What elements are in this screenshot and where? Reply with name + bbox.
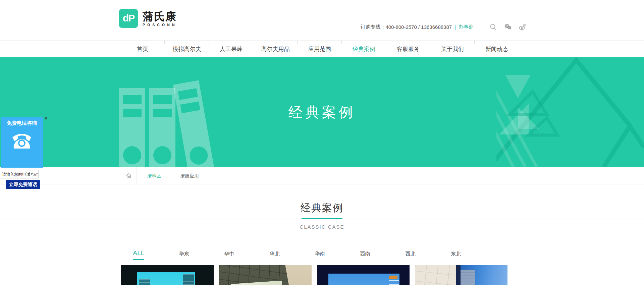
tab-by-application[interactable]: 按照应用	[172, 167, 207, 184]
filter-tab-southwest[interactable]: 西南	[342, 248, 388, 263]
filter-tab-northwest[interactable]: 西北	[388, 248, 433, 263]
section-title: 经典案例	[0, 201, 644, 215]
search-icon[interactable]	[489, 23, 497, 31]
office-link[interactable]: 办事处	[459, 24, 474, 30]
nav-item-news[interactable]: 新闻动态	[475, 41, 519, 58]
case-gallery	[121, 265, 507, 285]
banner-title: 经典案例	[0, 57, 644, 167]
nav-item-about-us[interactable]: 关于我们	[430, 41, 475, 58]
home-breadcrumb[interactable]	[121, 167, 136, 184]
filter-tab-northeast[interactable]: 东北	[433, 248, 478, 263]
case-thumbnail-3[interactable]	[317, 265, 410, 285]
case-thumbnail-2[interactable]	[219, 265, 312, 285]
nav-item-customer-service[interactable]: 客服服务	[386, 41, 430, 58]
nav-item-golf-supplies[interactable]: 高尔夫用品	[253, 41, 298, 58]
page-banner: 经典案例	[0, 57, 644, 167]
brand-name: 蒲氏康	[143, 10, 177, 22]
topbar: 订购专线： 400-800-2570 / 13636688387 | 办事处	[360, 23, 527, 31]
nav-item-simulated-golf[interactable]: 模拟高尔夫	[165, 41, 209, 58]
weibo-icon[interactable]	[519, 23, 527, 31]
nav-item-home[interactable]: 首页	[120, 41, 165, 58]
section-subtitle: CLASSIC CASE	[0, 224, 644, 230]
free-call-title: 免费电话咨询	[1, 120, 43, 126]
site-header: dP 蒲氏康 POSCONN 订购专线： 400-800-2570 / 1363…	[0, 0, 644, 40]
free-call-button[interactable]: 立即免费通话	[6, 180, 40, 189]
home-icon	[125, 172, 132, 179]
brand-subtitle: POSCONN	[143, 23, 177, 27]
phone-separator: /	[417, 24, 421, 30]
tab-by-region[interactable]: 按地区	[136, 167, 172, 184]
case-thumbnail-4[interactable]	[415, 265, 507, 285]
main-nav: 首页 模拟高尔夫 人工果岭 高尔夫用品 应用范围 经典案例 客服服务 关于我们 …	[0, 40, 644, 57]
section-divider-accent	[302, 218, 342, 219]
region-filter-tabs: ALL 华东 华中 华北 华南 西南 西北 东北	[116, 248, 478, 263]
telephone-icon	[10, 130, 34, 152]
nav-item-application-scope[interactable]: 应用范围	[298, 41, 342, 58]
hotline-phone-2: 13636688387	[421, 24, 452, 30]
case-thumbnail-1[interactable]	[121, 265, 214, 285]
filter-tab-all[interactable]: ALL	[116, 248, 161, 263]
brand-logo[interactable]: dP 蒲氏康 POSCONN	[119, 9, 177, 28]
filter-tab-east-china[interactable]: 华东	[161, 248, 207, 263]
hotline-label: 订购专线：	[360, 24, 385, 30]
logo-glyph: dP	[123, 12, 134, 24]
main-nav-list: 首页 模拟高尔夫 人工果岭 高尔夫用品 应用范围 经典案例 客服服务 关于我们 …	[120, 41, 519, 58]
close-icon[interactable]: ×	[43, 116, 49, 121]
brand-logo-icon: dP	[119, 9, 138, 28]
brand-logo-text: 蒲氏康 POSCONN	[143, 10, 177, 27]
nav-item-classic-cases[interactable]: 经典案例	[342, 41, 386, 58]
wechat-icon[interactable]	[504, 23, 512, 31]
free-call-panel: 免费电话咨询	[1, 117, 43, 168]
hotline-phone-1: 400-800-2570	[385, 24, 417, 30]
phone-number-input[interactable]	[1, 170, 39, 178]
sub-nav-bar: 按地区 按照应用	[0, 167, 644, 184]
topbar-icons	[482, 23, 527, 31]
topbar-divider: |	[454, 24, 456, 30]
filter-tab-south-china[interactable]: 华南	[297, 248, 342, 263]
filter-tab-central-china[interactable]: 华中	[207, 248, 252, 263]
nav-item-artificial-green[interactable]: 人工果岭	[209, 41, 253, 58]
filter-tab-north-china[interactable]: 华北	[252, 248, 297, 263]
